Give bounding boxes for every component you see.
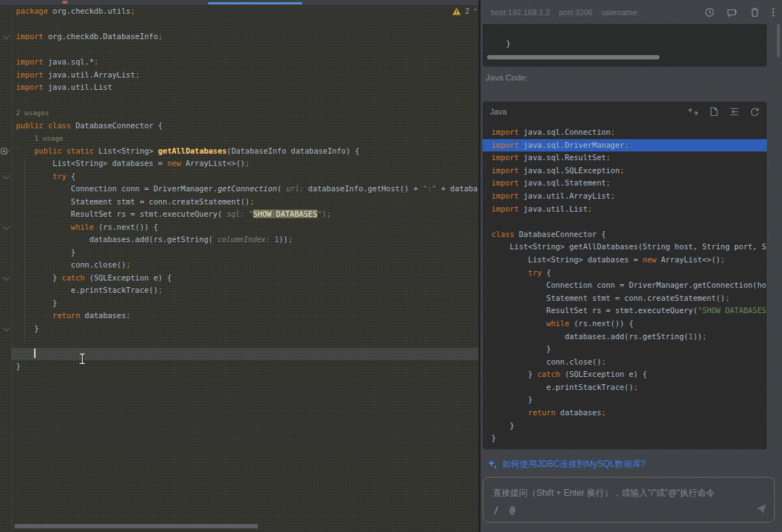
history-code-text: } (506, 39, 510, 48)
at-command-button[interactable]: @ (509, 505, 515, 515)
code-line: package org.checkdb.utils; (16, 5, 479, 18)
warning-count: 2 (465, 7, 470, 15)
history-icon[interactable] (704, 7, 715, 17)
fold-icon[interactable] (3, 172, 10, 179)
code-line (16, 18, 479, 31)
code-line: while (rs.next()) { (491, 317, 767, 331)
code-line: e.printStackTrace(); (491, 381, 767, 394)
assistant-header: host:192.168.1.2 port:3306 username: (481, 0, 782, 20)
new-chat-icon[interactable] (727, 8, 738, 17)
conversation-context-text: host:192.168.1.2 port:3306 username: (491, 8, 704, 17)
code-line: List<String> databases = new ArrayList<>… (16, 157, 479, 170)
editor-code[interactable]: package org.checkdb.utils;import org.che… (16, 5, 479, 373)
editor-body[interactable]: package org.checkdb.utils;import org.che… (0, 5, 479, 532)
code-line: Statement stmt = conn.createStatement(); (491, 292, 767, 305)
code-line: try { (16, 170, 479, 183)
suggested-question-link[interactable]: 如何使用JDBC连接到MySQL数据库? (488, 458, 646, 470)
java-code-label: Java Code: (486, 73, 528, 82)
inspection-widget[interactable]: 2 ^ v (452, 7, 479, 15)
code-editor-pane: package org.checkdb.utils;import org.che… (0, 0, 479, 532)
chat-input-box[interactable]: 直接提问（Shift + Enter 换行），或输入"/"或"@"执行命令 / … (483, 477, 775, 523)
code-line: import org.checkdb.DatabaseInfo; (16, 30, 479, 43)
slash-command-button[interactable]: / (494, 505, 499, 515)
more-icon[interactable] (772, 7, 775, 17)
code-line: return databases; (491, 407, 767, 420)
code-line: 1 usage (16, 132, 479, 145)
code-line: } (491, 432, 767, 445)
code-line: public static List<String> getAllDatabas… (16, 145, 479, 158)
code-line: import java.sql.ResultSet; (491, 151, 767, 165)
code-line: ResultSet rs = stmt.executeQuery( sql: "… (16, 208, 479, 221)
history-horizontal-scrollbar[interactable] (487, 55, 660, 59)
code-line: List<String> getAllDatabases(String host… (491, 241, 767, 254)
code-block-actions (688, 107, 760, 117)
code-line: import java.sql.SQLException; (491, 165, 767, 178)
code-line: } (16, 360, 479, 373)
tab-file-icon (62, 1, 67, 4)
code-line: import java.util.List; (491, 203, 767, 216)
fold-icon[interactable] (3, 33, 10, 40)
fold-icon[interactable] (3, 324, 10, 331)
fold-icon[interactable] (3, 223, 10, 230)
code-line: return databases; (16, 309, 479, 323)
code-line: conn.close(); (491, 356, 767, 369)
editor-tab-bar (0, 0, 479, 5)
active-tab-indicator (208, 2, 302, 4)
code-language-label: Java (490, 107, 688, 116)
code-line: } (16, 323, 479, 336)
code-line: import java.sql.DriverManager; (483, 139, 767, 152)
code-line: databases.add(rs.getString(1)); (491, 331, 767, 344)
panel-vertical-scrollbar[interactable] (777, 24, 780, 57)
code-line: while (rs.next()) { (16, 221, 479, 234)
code-line: try { (491, 267, 767, 280)
code-line: e.printStackTrace(); (16, 284, 479, 297)
code-line: } (16, 246, 479, 259)
code-line: Statement stmt = conn.createStatement(); (16, 196, 479, 209)
code-line: class DatabaseConnector { (491, 228, 767, 241)
code-block-header: Java (483, 101, 767, 122)
code-line: public class DatabaseConnector { (16, 120, 479, 133)
fold-icon[interactable] (3, 273, 10, 280)
code-line (491, 215, 767, 228)
code-line: 2 usages (16, 107, 479, 120)
gutter-separator (12, 5, 12, 532)
code-line: } (491, 343, 767, 356)
send-icon[interactable] (756, 504, 767, 517)
code-line: import java.sql.*; (16, 56, 479, 69)
code-line: List<String> databases = new ArrayList<>… (491, 254, 767, 267)
sparkle-icon (488, 460, 497, 469)
code-line: } (16, 297, 479, 310)
refresh-icon[interactable] (750, 107, 760, 117)
answer-code-block: Java import java.sql.Connection;import j… (483, 101, 767, 449)
code-line: conn.close(); (16, 259, 479, 272)
editor-horizontal-scrollbar[interactable] (14, 524, 258, 528)
code-line: } (491, 420, 767, 433)
code-line: import java.util.ArrayList; (16, 69, 479, 82)
code-line: } catch (SQLException e) { (16, 272, 479, 285)
prev-warning-button[interactable]: ^ (474, 8, 477, 14)
previous-message-code-block[interactable]: } (483, 24, 767, 67)
chat-input-placeholder: 直接提问（Shift + Enter 换行），或输入"/"或"@"执行命令 (493, 487, 715, 499)
code-line (16, 43, 479, 57)
insert-icon[interactable] (729, 107, 739, 116)
warning-icon (452, 7, 461, 15)
diff-icon[interactable] (688, 107, 699, 116)
suggested-question-text: 如何使用JDBC连接到MySQL数据库? (502, 458, 646, 470)
assistant-header-actions (704, 7, 775, 17)
code-line: import java.util.List (16, 81, 479, 94)
code-line: Connection conn = DriverManager.getConne… (491, 279, 767, 292)
editor-gutter[interactable] (0, 5, 12, 532)
code-line: import java.sql.Statement; (491, 177, 767, 190)
code-line: import java.sql.Connection; (491, 126, 767, 139)
code-line: } (491, 394, 767, 407)
ai-assistant-panel: host:192.168.1.2 port:3306 username: } J… (481, 0, 782, 532)
copy-icon[interactable] (710, 107, 718, 117)
answer-code[interactable]: import java.sql.Connection;import java.s… (483, 122, 767, 449)
method-gutter-icon[interactable] (1, 148, 7, 154)
delete-icon[interactable] (750, 7, 760, 17)
code-line: Connection conn = DriverManager.getConne… (16, 183, 479, 196)
code-line: } catch (SQLException e) { (491, 368, 767, 381)
code-line: databases.add(rs.getString( columnIndex:… (16, 233, 479, 246)
code-line: import java.util.ArrayList; (491, 190, 767, 203)
command-shortcut-row: / @ (494, 505, 515, 515)
